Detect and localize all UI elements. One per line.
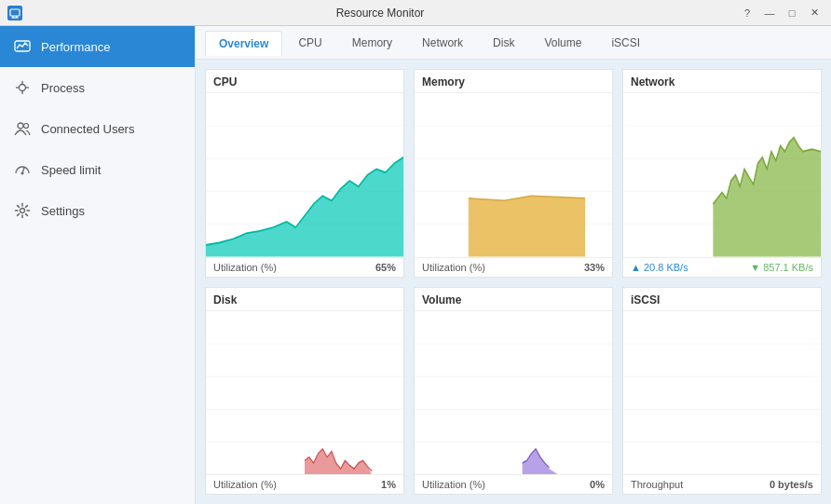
process-icon [13, 78, 32, 97]
panel-iscsi-footer: Throughput 0 bytes/s [623, 474, 821, 494]
close-button[interactable]: ✕ [805, 4, 824, 22]
volume-footer-label: Utilization (%) [422, 479, 485, 490]
tab-overview[interactable]: Overview [205, 31, 282, 56]
tab-network[interactable]: Network [408, 30, 477, 55]
disk-footer-label: Utilization (%) [213, 479, 277, 490]
panel-network-footer: ▲ 20.8 KB/s ▼ 857.1 KB/s [623, 257, 821, 277]
window-controls: ? — □ ✕ [738, 4, 824, 22]
settings-icon [13, 201, 32, 220]
panel-iscsi: iSCSI Throughput 0 bytes/s [622, 287, 822, 496]
iscsi-footer-label: Throughput [631, 479, 683, 490]
sidebar-item-connected-users-label: Connected Users [41, 122, 134, 136]
sidebar-item-speed-limit[interactable]: Speed limit [0, 149, 195, 190]
tab-disk[interactable]: Disk [479, 30, 528, 55]
sidebar-item-process-label: Process [41, 81, 85, 95]
sidebar-item-speed-limit-label: Speed limit [41, 163, 101, 177]
tab-volume[interactable]: Volume [530, 30, 595, 55]
panel-iscsi-title: iSCSI [623, 288, 821, 311]
chart-memory [415, 93, 612, 257]
panel-volume-footer: Utilization (%) 0% [415, 474, 612, 494]
chart-volume [415, 311, 612, 475]
sidebar-item-performance-label: Performance [41, 40, 110, 54]
volume-footer-value: 0% [590, 479, 605, 490]
maximize-button[interactable]: □ [783, 4, 801, 22]
panel-network: Network ▲ 20.8 KB/s ▼ 857.1 KB/s [622, 69, 822, 278]
sidebar-item-settings-label: Settings [41, 204, 85, 218]
tab-cpu[interactable]: CPU [284, 30, 335, 55]
app-icon [7, 6, 22, 20]
chart-cpu [206, 93, 403, 257]
title-bar-left [7, 6, 22, 20]
panel-memory-title: Memory [415, 70, 612, 93]
performance-icon [13, 37, 32, 56]
sidebar: Performance Process [0, 26, 196, 504]
cpu-footer-value: 65% [375, 262, 396, 273]
svg-marker-39 [523, 448, 612, 474]
svg-marker-29 [713, 138, 821, 257]
panels-grid: CPU Utilization (%) 65% [196, 60, 831, 504]
tab-bar: Overview CPU Memory Network Disk Volume … [196, 26, 831, 60]
panel-network-title: Network [623, 70, 821, 93]
window-title: Resource Monitor [22, 7, 738, 20]
cpu-footer-label: Utilization (%) [213, 262, 277, 273]
tab-iscsi[interactable]: iSCSI [597, 30, 654, 55]
panel-disk-footer: Utilization (%) 1% [206, 474, 403, 494]
sidebar-item-performance[interactable]: Performance [0, 26, 195, 67]
sidebar-item-process[interactable]: Process [0, 67, 195, 108]
iscsi-footer-value: 0 bytes/s [770, 479, 813, 490]
network-up-value: ▲ 20.8 KB/s [631, 262, 688, 273]
svg-marker-19 [206, 157, 403, 257]
disk-footer-value: 1% [381, 479, 396, 490]
memory-footer-label: Utilization (%) [422, 262, 485, 273]
svg-marker-24 [469, 196, 585, 256]
panel-cpu: CPU Utilization (%) 65% [205, 69, 404, 278]
title-bar: Resource Monitor ? — □ ✕ [0, 0, 831, 26]
memory-footer-value: 33% [584, 262, 605, 273]
svg-point-10 [18, 123, 23, 129]
panel-disk: Disk Utilization (%) 1% [205, 287, 404, 496]
panel-cpu-footer: Utilization (%) 65% [206, 257, 403, 277]
sidebar-item-settings[interactable]: Settings [0, 190, 195, 231]
chart-iscsi [623, 311, 821, 475]
help-button[interactable]: ? [738, 4, 756, 22]
panel-volume-title: Volume [415, 288, 612, 311]
svg-point-11 [24, 124, 29, 129]
panel-memory-footer: Utilization (%) 33% [415, 257, 612, 277]
main-content: Overview CPU Memory Network Disk Volume … [196, 26, 831, 504]
sidebar-item-connected-users[interactable]: Connected Users [0, 108, 195, 149]
svg-point-5 [20, 85, 26, 91]
network-down-value: ▼ 857.1 KB/s [750, 262, 813, 273]
tab-memory[interactable]: Memory [338, 30, 406, 55]
svg-rect-0 [10, 9, 20, 16]
chart-network [623, 93, 821, 257]
svg-point-14 [20, 209, 25, 213]
minimize-button[interactable]: — [760, 4, 779, 22]
svg-point-13 [21, 172, 24, 175]
chart-disk [206, 311, 403, 475]
panel-memory: Memory Utilization (%) 33% [414, 69, 613, 278]
panel-disk-title: Disk [206, 288, 403, 311]
connected-users-icon [13, 119, 32, 138]
panel-cpu-title: CPU [206, 70, 403, 93]
app-container: Performance Process [0, 26, 831, 504]
speed-limit-icon [13, 160, 32, 179]
panel-volume: Volume Utilization (%) 0% [414, 287, 613, 496]
